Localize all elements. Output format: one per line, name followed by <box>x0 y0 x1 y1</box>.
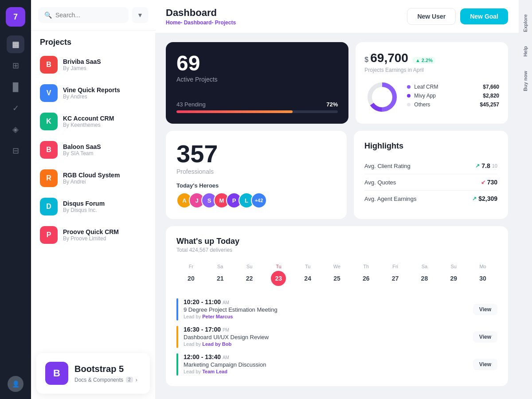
active-projects-number: 69 <box>176 53 338 74</box>
search-input[interactable] <box>55 12 122 19</box>
progress-section: 43 Pending 72% <box>176 101 338 113</box>
project-info: Vine Quick Reports By Andres <box>63 86 120 100</box>
event-view-button[interactable]: View <box>473 331 497 343</box>
project-item[interactable]: B Briviba SaaS By James <box>36 51 150 79</box>
calendar-day[interactable]: Sa 28 <box>410 260 439 289</box>
day-name: We <box>324 264 350 269</box>
calendar-day[interactable]: Su 29 <box>439 260 468 289</box>
calendar-day[interactable]: Fr 20 <box>176 260 206 289</box>
right-tab[interactable]: Help <box>520 39 531 64</box>
project-name: Briviba SaaS <box>63 58 101 65</box>
earnings-chart-row: Leaf CRM $7,660 Mivy App $2,820 Others $… <box>364 79 499 115</box>
heroes-avatars: AJSMPL+42 <box>176 192 336 208</box>
event-name: 9 Degree Project Estimation Meeting <box>184 306 278 313</box>
event-time: 10:20 - 11:00 AM <box>184 298 278 305</box>
event-details: 16:30 - 17:00 PM Dashboard UI/UX Design … <box>184 326 269 347</box>
highlight-value: ↙ 730 <box>481 179 497 186</box>
calendar-day[interactable]: We 25 <box>322 260 352 289</box>
new-user-button[interactable]: New User <box>407 8 456 25</box>
event-lead-link[interactable]: Peter Marcus <box>202 314 233 319</box>
project-item[interactable]: K KC Account CRM By Keenthemes <box>36 107 150 136</box>
top-cards-row: 69 Active Projects 43 Pending 72% $ <box>166 42 508 124</box>
bootstrap-title: Bootstrap 5 <box>74 364 137 374</box>
event-view-button[interactable]: View <box>473 304 497 315</box>
legend-value: $45,257 <box>480 102 499 108</box>
event-lead-link[interactable]: Lead by Bob <box>202 341 231 347</box>
nav-icon-home[interactable]: ▦ <box>7 35 24 53</box>
calendar-days: Fr 20 Sa 21 Su 22 Tu 23 Tu 24 We 25 Th 2… <box>176 260 497 289</box>
trend-icon: ↗ <box>475 163 480 169</box>
event-details: 10:20 - 11:00 AM 9 Degree Project Estima… <box>184 298 278 319</box>
project-icon: K <box>40 113 58 130</box>
highlight-row: Avg. Agent Earnings ↗ $2,309 <box>364 191 497 207</box>
project-by: By SIA Team <box>63 150 101 156</box>
professionals-label: Professionals <box>176 168 336 175</box>
stats-row: 357 Professionals Today's Heroes AJSMPL+… <box>166 131 508 219</box>
event-ampm: PM <box>223 328 229 332</box>
calendar-day[interactable]: Su 22 <box>235 260 264 289</box>
legend-value: $7,660 <box>483 84 499 90</box>
project-by: By Andres <box>63 94 120 100</box>
project-name: Proove Quick CRM <box>63 228 119 235</box>
project-icon: P <box>40 226 58 244</box>
highlight-row: Avg. Client Rating ↗ 7.8 10 <box>364 158 497 174</box>
project-item[interactable]: R RGB Cloud System By Andrei <box>36 164 150 192</box>
main-content: Dashboard Home- Dashboard- Projects New … <box>155 0 519 399</box>
day-name: Th <box>353 264 379 269</box>
project-by: By James <box>63 65 101 71</box>
day-number: 20 <box>184 271 199 286</box>
calendar-day[interactable]: Tu 23 <box>264 260 293 289</box>
nav-icon-check[interactable]: ✓ <box>7 99 24 117</box>
nav-icon-grid[interactable]: ⊞ <box>7 57 24 74</box>
project-item[interactable]: P Proove Quick CRM By Proove Limited <box>36 221 150 249</box>
project-item[interactable]: D Disqus Forum By Disqus Inc. <box>36 192 150 221</box>
nav-icon-briefcase[interactable]: ⊟ <box>7 142 24 160</box>
earnings-value: 69,700 <box>370 51 408 65</box>
nav-icon-layers[interactable]: ◈ <box>7 121 24 138</box>
trend-icon: ↙ <box>481 179 485 185</box>
calendar-day[interactable]: Tu 24 <box>293 260 322 289</box>
legend-value: $2,820 <box>483 93 499 99</box>
calendar-title: What's up Today <box>176 237 239 246</box>
right-tab[interactable]: Explore <box>520 7 531 39</box>
right-tab[interactable]: Buy now <box>520 64 531 98</box>
nav-icon-chart[interactable]: ▐▌ <box>7 78 24 96</box>
new-goal-button[interactable]: New Goal <box>460 8 508 24</box>
highlight-row: Avg. Quotes ↙ 730 <box>364 174 497 191</box>
legend-item: Others $45,257 <box>407 102 499 108</box>
event-details: 12:00 - 13:40 AM Marketing Campaign Disc… <box>184 353 266 374</box>
bottom-user-avatar[interactable]: 👤 <box>8 376 23 392</box>
project-item[interactable]: B Baloon SaaS By SIA Team <box>36 136 150 164</box>
day-number: 24 <box>300 271 315 286</box>
day-number: 25 <box>329 271 344 286</box>
bootstrap-card[interactable]: B Bootstrap 5 Docs & Components 2 › <box>36 353 150 394</box>
header-actions: New User New Goal <box>407 8 508 25</box>
highlight-value: ↗ $2,309 <box>472 195 497 202</box>
event-bar <box>176 326 178 348</box>
day-name: Fr <box>178 264 204 269</box>
content-area: 69 Active Projects 43 Pending 72% $ <box>155 33 519 399</box>
calendar-day[interactable]: Mo 30 <box>468 260 497 289</box>
calendar-day[interactable]: Sa 21 <box>206 260 235 289</box>
day-number: 30 <box>475 271 490 286</box>
user-avatar[interactable]: 7 <box>6 7 25 27</box>
event-time: 12:00 - 13:40 AM <box>184 353 266 360</box>
highlights-card: Highlights Avg. Client Rating ↗ 7.8 10 A… <box>354 131 508 219</box>
calendar-day[interactable]: Fri 27 <box>381 260 410 289</box>
search-wrap[interactable]: 🔍 <box>38 7 129 23</box>
highlight-name: Avg. Agent Earnings <box>364 196 417 202</box>
project-item[interactable]: V Vine Quick Reports By Andres <box>36 79 150 107</box>
legend-item: Mivy App $2,820 <box>407 93 499 99</box>
legend-dot <box>407 94 411 98</box>
day-number: 28 <box>417 271 432 286</box>
day-name: Tu <box>266 264 291 269</box>
event-lead-link[interactable]: Team Lead <box>202 369 227 374</box>
calendar-day[interactable]: Th 26 <box>352 260 381 289</box>
sidebar-search-area: 🔍 ▼ <box>31 0 155 31</box>
calendar-section: What's up Today Total 424,567 deliveries… <box>166 226 508 386</box>
filter-button[interactable]: ▼ <box>132 7 148 23</box>
event-view-button[interactable]: View <box>473 359 497 370</box>
legend-name: Leaf CRM <box>414 84 479 90</box>
docs-link[interactable]: Docs & Components 2 › <box>74 377 137 383</box>
event-name: Marketing Campaign Discussion <box>184 361 266 368</box>
